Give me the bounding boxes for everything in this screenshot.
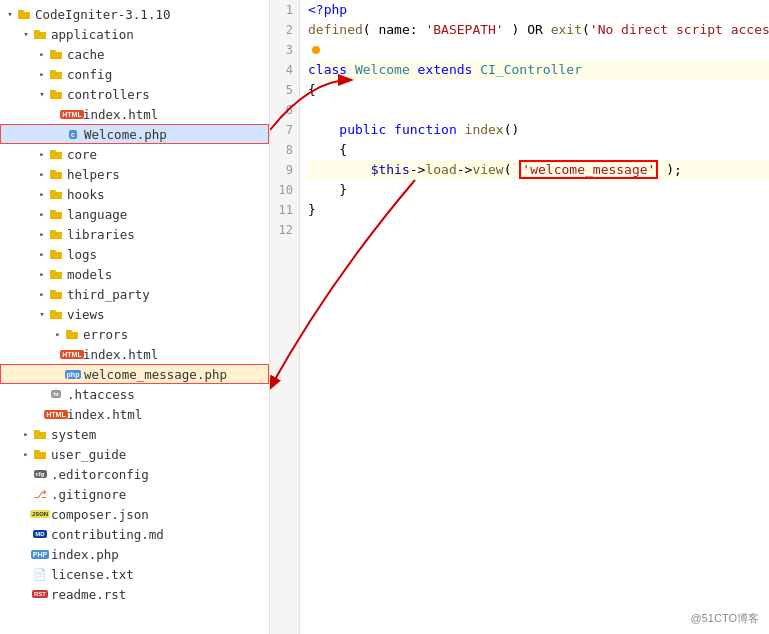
welcome-php-label: Welcome.php: [84, 127, 167, 142]
line-num-3: 3: [270, 40, 299, 60]
controllers-arrow: [36, 88, 48, 100]
tree-core[interactable]: core: [0, 144, 269, 164]
line-num-10: 10: [270, 180, 299, 200]
hooks-folder-icon: [48, 187, 64, 201]
helpers-folder-icon: [48, 167, 64, 181]
tree-readme-rst[interactable]: RST readme.rst: [0, 584, 269, 604]
tree-index-html-app[interactable]: HTML index.html: [0, 404, 269, 424]
code-line-5: {: [308, 80, 769, 100]
tree-helpers[interactable]: helpers: [0, 164, 269, 184]
code-line-12: [308, 220, 769, 240]
readme-rst-label: readme.rst: [51, 587, 126, 602]
errors-folder-icon: [64, 327, 80, 341]
config-label: config: [67, 67, 112, 82]
user-guide-arrow: [20, 448, 32, 460]
composer-json-label: composer.json: [51, 507, 149, 522]
code-line-3: [308, 40, 769, 60]
config-folder-icon: [48, 67, 64, 81]
libraries-folder-icon: [48, 227, 64, 241]
cache-folder-icon: [48, 47, 64, 61]
models-folder-icon: [48, 267, 64, 281]
tree-welcome-php[interactable]: c Welcome.php: [0, 124, 269, 144]
code-line-8: {: [308, 140, 769, 160]
tree-gitignore[interactable]: ⎇ .gitignore: [0, 484, 269, 504]
tree-root[interactable]: CodeIgniter-3.1.10: [0, 4, 269, 24]
line-num-12: 12: [270, 220, 299, 240]
helpers-arrow: [36, 168, 48, 180]
index-html-views-label: index.html: [83, 347, 158, 362]
line-num-8: 8: [270, 140, 299, 160]
code-line-6: [308, 100, 769, 120]
logs-folder-icon: [48, 247, 64, 261]
cache-arrow: [36, 48, 48, 60]
tree-htaccess[interactable]: ht .htaccess: [0, 384, 269, 404]
tree-user-guide[interactable]: user_guide: [0, 444, 269, 464]
line-num-7: 7: [270, 120, 299, 140]
code-line-9: $this->load->view( 'welcome_message' );: [308, 160, 769, 180]
third-party-label: third_party: [67, 287, 150, 302]
tree-errors[interactable]: errors: [0, 324, 269, 344]
tree-language[interactable]: language: [0, 204, 269, 224]
application-folder-icon: [32, 27, 48, 41]
welcome-message-label: welcome_message.php: [84, 367, 227, 382]
line-numbers: 1 2 3 4 5 6 7 8 9 10 11 12: [270, 0, 300, 634]
code-line-2: defined( name: 'BASEPATH' ) OR exit('No …: [308, 20, 769, 40]
code-line-4: class Welcome extends CI_Controller: [308, 60, 769, 80]
system-label: system: [51, 427, 96, 442]
license-txt-label: license.txt: [51, 567, 134, 582]
language-folder-icon: [48, 207, 64, 221]
errors-label: errors: [83, 327, 128, 342]
tree-application[interactable]: application: [0, 24, 269, 44]
tree-config[interactable]: config: [0, 64, 269, 84]
root-arrow: [4, 8, 16, 20]
controllers-label: controllers: [67, 87, 150, 102]
cfg-icon: cfg: [32, 467, 48, 481]
line-num-6: 6: [270, 100, 299, 120]
gitignore-label: .gitignore: [51, 487, 126, 502]
tree-logs[interactable]: logs: [0, 244, 269, 264]
config-arrow: [36, 68, 48, 80]
tree-controllers[interactable]: controllers: [0, 84, 269, 104]
code-line-11: }: [308, 200, 769, 220]
tree-index-html-ctrl[interactable]: HTML index.html: [0, 104, 269, 124]
welcome-message-icon: php: [65, 367, 81, 381]
tree-cache[interactable]: cache: [0, 44, 269, 64]
tree-hooks[interactable]: hooks: [0, 184, 269, 204]
libraries-arrow: [36, 228, 48, 240]
tree-models[interactable]: models: [0, 264, 269, 284]
tree-contributing-md[interactable]: MD contributing.md: [0, 524, 269, 544]
line-num-2: 2: [270, 20, 299, 40]
tree-views[interactable]: views: [0, 304, 269, 324]
errors-arrow: [52, 328, 64, 340]
code-line-10: }: [308, 180, 769, 200]
tree-editorconfig[interactable]: cfg .editorconfig: [0, 464, 269, 484]
html-file-icon3: HTML: [48, 407, 64, 421]
tree-license-txt[interactable]: 📄 license.txt: [0, 564, 269, 584]
watermark: @51CTO博客: [691, 611, 759, 626]
php-c-file-icon: c: [65, 127, 81, 141]
rst-icon: RST: [32, 587, 48, 601]
code-line-1: <?php: [308, 0, 769, 20]
file-tree: CodeIgniter-3.1.10 application cache con…: [0, 0, 270, 634]
system-folder-icon: [32, 427, 48, 441]
system-arrow: [20, 428, 32, 440]
core-label: core: [67, 147, 97, 162]
core-arrow: [36, 148, 48, 160]
tree-libraries[interactable]: libraries: [0, 224, 269, 244]
tree-welcome-message[interactable]: php welcome_message.php: [0, 364, 269, 384]
tree-composer-json[interactable]: JSON composer.json: [0, 504, 269, 524]
user-guide-folder-icon: [32, 447, 48, 461]
tree-system[interactable]: system: [0, 424, 269, 444]
helpers-label: helpers: [67, 167, 120, 182]
logs-arrow: [36, 248, 48, 260]
tree-third-party[interactable]: third_party: [0, 284, 269, 304]
models-label: models: [67, 267, 112, 282]
third-party-arrow: [36, 288, 48, 300]
views-label: views: [67, 307, 105, 322]
line-num-1: 1: [270, 0, 299, 20]
tree-index-html-views[interactable]: HTML index.html: [0, 344, 269, 364]
line-num-4: 4: [270, 60, 299, 80]
code-editor: 1 2 3 4 5 6 7 8 9 10 11 12 <?php defined…: [270, 0, 769, 634]
contributing-md-label: contributing.md: [51, 527, 164, 542]
tree-index-php[interactable]: PHP index.php: [0, 544, 269, 564]
